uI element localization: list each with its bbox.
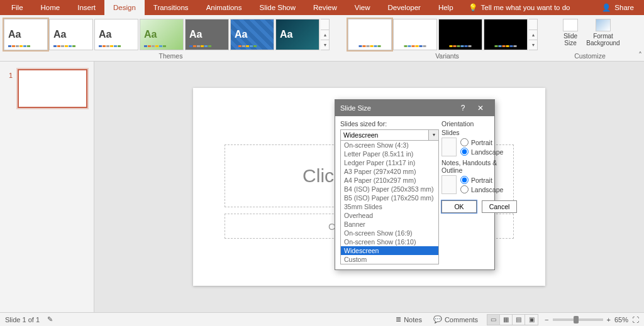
dialog-help-button[interactable]: ? — [454, 104, 472, 112]
cancel-button[interactable]: Cancel — [482, 200, 517, 213]
chevron-down-icon: ▾ — [529, 40, 537, 50]
size-option[interactable]: B5 (ISO) Paper (176x250 mm) — [341, 193, 438, 202]
size-option[interactable]: 35mm Slides — [341, 202, 438, 211]
chevron-down-icon: ▾ — [433, 132, 435, 138]
tab-view[interactable]: View — [346, 0, 379, 15]
size-option[interactable]: On-screen Show (16:9) — [341, 229, 438, 237]
dialog-close-button[interactable]: ✕ — [472, 104, 489, 112]
themes-group-label: Themes — [3, 52, 339, 61]
zoom-control: − + 65% ⛶ — [545, 316, 639, 323]
theme-thumb[interactable]: Aa — [140, 19, 184, 50]
zoom-out-button[interactable]: − — [545, 316, 548, 323]
variant-thumb[interactable] — [348, 19, 392, 50]
theme-thumb[interactable]: Aa — [49, 19, 93, 50]
view-mode-buttons: ▭ ▦ ▤ ▣ — [487, 314, 538, 325]
nho-section-label: Notes, Handouts & Outline — [441, 159, 517, 174]
sized-for-combo[interactable]: ▾ — [340, 129, 439, 141]
slide-size-button[interactable]: Slide Size — [555, 19, 586, 46]
zoom-in-button[interactable]: + — [607, 316, 611, 323]
size-option[interactable]: Banner — [341, 220, 438, 229]
tab-developer[interactable]: Developer — [379, 0, 430, 15]
size-option[interactable]: Ledger Paper (11x17 in) — [341, 158, 438, 167]
size-option[interactable]: Letter Paper (8.5x11 in) — [341, 149, 438, 158]
zoom-percent[interactable]: 65% — [614, 316, 628, 323]
normal-view-icon: ▭ — [487, 315, 499, 325]
slides-landscape-radio[interactable]: Landscape — [460, 148, 503, 156]
themes-more-button[interactable]: ▴▾ — [321, 19, 330, 50]
dialog-title: Slide Size — [340, 104, 454, 112]
tab-slideshow[interactable]: Slide Show — [251, 0, 305, 15]
theme-thumb[interactable]: Aa — [185, 19, 229, 50]
orientation-icon — [441, 175, 457, 194]
sized-for-input[interactable] — [340, 129, 429, 141]
orientation-icon — [441, 138, 457, 156]
customize-group-label: Customize — [555, 52, 625, 61]
collapse-ribbon-button[interactable]: ˄ — [636, 50, 644, 61]
tell-me-search[interactable]: 💡 Tell me what you want to do — [462, 3, 577, 12]
size-option[interactable]: A4 Paper (210x297 mm) — [341, 176, 438, 185]
tab-design[interactable]: Design — [104, 0, 145, 15]
tab-transitions[interactable]: Transitions — [145, 0, 197, 15]
fit-icon: ⛶ — [632, 316, 639, 323]
sorter-view-button[interactable]: ▦ — [500, 315, 513, 325]
slide-size-dialog: Slide Size ? ✕ Slides sized for: ▾ — [335, 99, 495, 270]
fit-to-window-button[interactable]: ⛶ — [632, 316, 639, 323]
tab-animations[interactable]: Animations — [197, 0, 251, 15]
size-option[interactable]: B4 (ISO) Paper (250x353 mm) — [341, 185, 438, 193]
close-icon: ✕ — [477, 104, 484, 112]
zoom-slider[interactable] — [553, 318, 603, 321]
slide-thumb-row: 1 — [6, 69, 87, 108]
tab-help[interactable]: Help — [430, 0, 462, 15]
size-option-selected[interactable]: Widescreen — [341, 246, 438, 255]
tab-file[interactable]: File — [3, 0, 32, 15]
slides-portrait-radio[interactable]: Portrait — [460, 138, 503, 146]
slide-number: 1 — [6, 69, 13, 108]
size-option[interactable]: Overhead — [341, 211, 438, 220]
theme-thumb[interactable]: Aa — [4, 19, 48, 50]
theme-thumb[interactable]: Aa — [94, 19, 138, 50]
size-option[interactable]: On-screen Show (4:3) — [341, 141, 438, 149]
tab-insert[interactable]: Insert — [69, 0, 104, 15]
normal-view-button[interactable]: ▭ — [487, 315, 500, 325]
size-option[interactable]: A3 Paper (297x420 mm) — [341, 167, 438, 176]
format-background-button[interactable]: Format Background — [588, 19, 618, 46]
share-button[interactable]: 👤 Share — [592, 3, 644, 12]
size-option[interactable]: Custom — [341, 255, 438, 264]
theme-thumb[interactable]: Aa — [275, 19, 319, 50]
reading-view-icon: ▤ — [513, 315, 525, 325]
slide-canvas[interactable]: Click to add title Click to add subtitle… — [94, 62, 644, 312]
dialog-titlebar[interactable]: Slide Size ? ✕ — [335, 100, 494, 116]
notes-button[interactable]: ≣ Notes — [393, 315, 425, 323]
themes-gallery: Aa Aa Aa Aa Aa Aa Aa ▴▾ — [3, 18, 339, 50]
status-bar: Slide 1 of 1 ✎ ≣ Notes 💬 Comments ▭ ▦ ▤ … — [0, 312, 644, 326]
slide-thumbnail[interactable] — [18, 69, 87, 108]
nho-landscape-radio[interactable]: Landscape — [460, 185, 503, 193]
ok-button[interactable]: OK — [441, 200, 477, 213]
variants-more-button[interactable]: ▴▾ — [529, 19, 538, 50]
spellcheck-button[interactable]: ✎ — [47, 315, 53, 323]
dialog-body: Slides sized for: ▾ On-screen Show (4:3)… — [335, 116, 494, 269]
sized-for-listbox[interactable]: On-screen Show (4:3) Letter Paper (8.5x1… — [340, 140, 439, 264]
sorter-view-icon: ▦ — [500, 315, 512, 325]
reading-view-button[interactable]: ▤ — [513, 315, 525, 325]
tab-review[interactable]: Review — [304, 0, 346, 15]
slideshow-view-icon: ▣ — [525, 315, 538, 325]
zoom-thumb[interactable] — [574, 316, 579, 323]
variant-thumb[interactable] — [484, 19, 528, 50]
size-option[interactable]: On-screen Show (16:10) — [341, 237, 438, 246]
nho-portrait-radio[interactable]: Portrait — [460, 176, 503, 184]
sized-for-dropdown-button[interactable]: ▾ — [429, 129, 439, 141]
comments-button[interactable]: 💬 Comments — [431, 315, 480, 323]
variant-thumb[interactable] — [438, 19, 482, 50]
slideshow-view-button[interactable]: ▣ — [525, 315, 538, 325]
tab-home[interactable]: Home — [32, 0, 69, 15]
variant-thumb[interactable] — [393, 19, 437, 50]
dialog-actions: OK Cancel — [441, 197, 517, 213]
slide-size-icon — [563, 19, 578, 31]
tell-me-placeholder: Tell me what you want to do — [481, 4, 570, 11]
notes-icon: ≣ — [396, 315, 401, 323]
theme-thumb[interactable]: Aa — [230, 19, 274, 50]
workspace: 1 Click to add title Click to add subtit… — [0, 62, 644, 312]
format-background-label: Format Background — [586, 33, 619, 46]
portrait-label: Portrait — [471, 139, 492, 146]
